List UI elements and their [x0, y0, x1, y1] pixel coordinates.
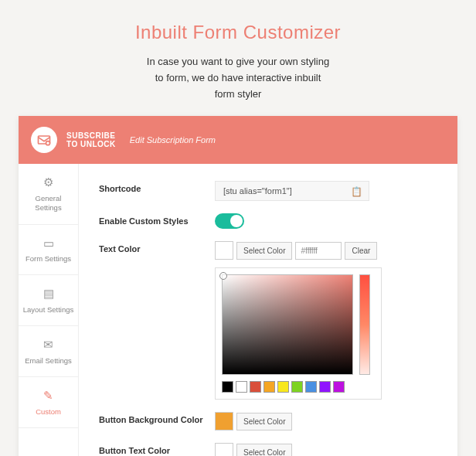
header-subtitle: Edit Subscription Form — [130, 135, 216, 145]
sidebar-label: Form Settings — [26, 254, 71, 264]
desc-line: form styler — [0, 87, 476, 103]
clear-button[interactable]: Clear — [345, 242, 377, 260]
btn-text-swatch[interactable] — [215, 443, 233, 456]
content-area: Shortcode [stu alias="form1"] 📋 Enable C… — [79, 164, 457, 456]
brush-icon: ✎ — [43, 388, 53, 403]
gear-icon: ⚙ — [43, 175, 53, 190]
logo-badge — [31, 127, 57, 153]
desc-line: In case you want to give your own stylin… — [0, 54, 476, 70]
palette-swatch[interactable] — [333, 381, 345, 393]
copy-icon[interactable]: 📋 — [351, 186, 362, 197]
palette-swatch[interactable] — [291, 381, 303, 393]
sidebar: ⚙ General Settings ▭ Form Settings ▤ Lay… — [19, 164, 79, 456]
sidebar-item-general[interactable]: ⚙ General Settings — [19, 164, 78, 224]
panel-body: ⚙ General Settings ▭ Form Settings ▤ Lay… — [19, 164, 457, 456]
palette-swatch[interactable] — [319, 381, 331, 393]
hue-slider[interactable] — [359, 274, 370, 375]
sidebar-label: General Settings — [22, 194, 75, 213]
color-picker — [215, 267, 382, 400]
palette-swatch[interactable] — [222, 381, 233, 393]
sidebar-label: Custom — [36, 407, 61, 417]
logo-line-2: TO UNLOCK — [66, 140, 116, 148]
field-shortcode: Shortcode [stu alias="form1"] 📋 — [99, 181, 437, 201]
sidebar-label: Layout Settings — [23, 305, 74, 315]
field-btn-text: Button Text Color Select Color — [99, 443, 437, 456]
palette-swatch[interactable] — [250, 381, 261, 393]
label-text-color: Text Color — [99, 241, 215, 254]
shortcode-input[interactable]: [stu alias="form1"] 📋 — [215, 181, 369, 201]
svg-point-1 — [46, 141, 50, 145]
sidebar-item-form[interactable]: ▭ Form Settings — [19, 225, 78, 276]
label-shortcode: Shortcode — [99, 181, 215, 193]
field-btn-bg: Button Background Color Select Color — [99, 412, 437, 430]
palette-swatch[interactable] — [305, 381, 317, 393]
enable-custom-toggle[interactable] — [215, 213, 244, 229]
page-description: In case you want to give your own stylin… — [0, 43, 476, 116]
palette-swatch[interactable] — [277, 381, 289, 393]
desc-line: to form, we do have interactive inbuilt — [0, 70, 476, 87]
shortcode-text: [stu alias="form1"] — [223, 186, 292, 196]
select-color-button[interactable]: Select Color — [236, 444, 292, 456]
label-enable-custom: Enable Custom Styles — [99, 213, 215, 226]
select-color-button[interactable]: Select Color — [236, 413, 292, 430]
field-text-color: Text Color Select Color Clear — [99, 241, 437, 400]
picker-canvas[interactable] — [222, 274, 353, 375]
mail-lock-icon — [36, 132, 52, 148]
select-color-button[interactable]: Select Color — [236, 242, 292, 260]
label-btn-text: Button Text Color — [99, 443, 215, 455]
text-color-swatch[interactable] — [215, 241, 233, 260]
toggle-knob — [230, 215, 243, 227]
panel-header: SUBSCRIBE TO UNLOCK Edit Subscription Fo… — [19, 116, 457, 164]
picker-cursor — [219, 272, 227, 280]
palette-swatch[interactable] — [264, 381, 275, 393]
sidebar-item-layout[interactable]: ▤ Layout Settings — [19, 275, 78, 326]
palette-swatch[interactable] — [236, 381, 247, 393]
logo-line-1: SUBSCRIBE — [66, 131, 116, 140]
page-title: Inbuilt Form Customizer — [0, 0, 476, 43]
sidebar-item-custom[interactable]: ✎ Custom — [19, 377, 78, 428]
sidebar-label: Email Settings — [25, 356, 72, 366]
settings-panel: SUBSCRIBE TO UNLOCK Edit Subscription Fo… — [19, 116, 457, 456]
mail-icon: ✉ — [43, 337, 53, 352]
label-btn-bg: Button Background Color — [99, 412, 215, 424]
palette-row — [222, 381, 375, 393]
logo-text: SUBSCRIBE TO UNLOCK — [66, 131, 116, 148]
hex-input[interactable] — [295, 242, 342, 260]
layout-icon: ▤ — [43, 286, 54, 301]
sidebar-item-email[interactable]: ✉ Email Settings — [19, 326, 78, 377]
btn-bg-swatch[interactable] — [215, 412, 233, 430]
field-enable-custom: Enable Custom Styles — [99, 213, 437, 229]
form-icon: ▭ — [43, 236, 54, 251]
